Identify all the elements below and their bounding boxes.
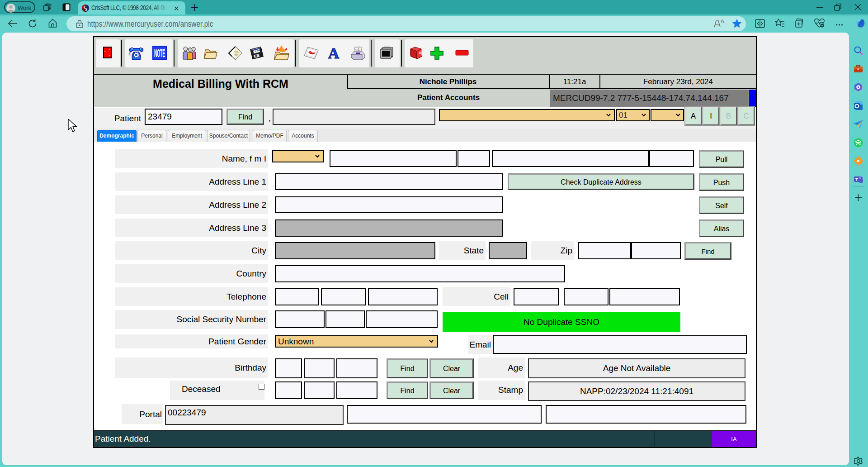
svg-text:A: A [419, 51, 422, 55]
svg-text:S: S [85, 7, 87, 12]
svg-text:NOTE: NOTE [154, 47, 165, 59]
svg-text:T: T [855, 177, 858, 182]
svg-text:A: A [328, 46, 340, 60]
